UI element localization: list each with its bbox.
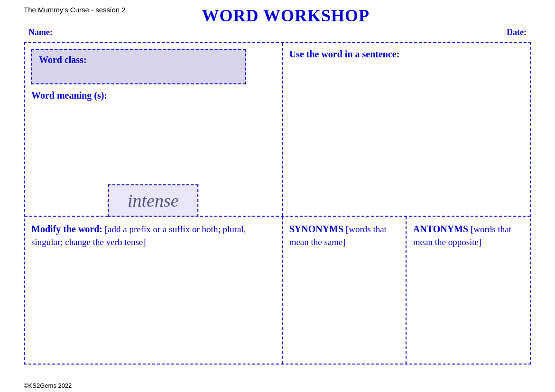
synonyms-bold: SYNONYMS bbox=[289, 224, 343, 234]
main-grid: Word class: Word meaning (s): intense Us… bbox=[24, 42, 531, 365]
date-label: Date: bbox=[507, 27, 527, 37]
left-column: Word class: Word meaning (s): intense bbox=[25, 43, 283, 216]
word-meaning-label: Word meaning (s): bbox=[31, 90, 275, 101]
modify-label: Modify the word: [add a prefix or a suff… bbox=[31, 222, 275, 248]
word-class-content bbox=[39, 65, 238, 79]
footer-copyright: ©KS2Gems 2022 bbox=[24, 382, 72, 389]
modify-column: Modify the word: [add a prefix or a suff… bbox=[25, 217, 283, 364]
center-word-container: intense bbox=[108, 184, 199, 217]
synonyms-label: SYNONYMS [words that mean the same] bbox=[289, 222, 399, 248]
center-word-box: intense bbox=[108, 184, 199, 217]
antonyms-label: ANTONYMS [words that mean the opposite] bbox=[413, 222, 524, 248]
use-word-label: Use the word in a sentence: bbox=[289, 49, 524, 60]
bottom-row: Modify the word: [add a prefix or a suff… bbox=[25, 217, 530, 364]
top-row: Word class: Word meaning (s): intense Us… bbox=[25, 43, 530, 217]
right-column: Use the word in a sentence: bbox=[283, 43, 530, 216]
antonyms-bold: ANTONYMS bbox=[413, 224, 468, 234]
antonyms-column: ANTONYMS [words that mean the opposite] bbox=[407, 217, 530, 364]
modify-bold: Modify the word: bbox=[31, 224, 102, 234]
session-label: The Mummy's Curse - session 2 bbox=[24, 6, 126, 14]
word-class-box: Word class: bbox=[31, 49, 246, 84]
main-title: WORD WORKSHOP bbox=[126, 6, 446, 26]
center-word-text: intense bbox=[128, 191, 179, 210]
synonyms-column: SYNONYMS [words that mean the same] bbox=[283, 217, 407, 364]
name-label: Name: bbox=[28, 27, 53, 37]
word-class-label: Word class: bbox=[39, 55, 87, 65]
